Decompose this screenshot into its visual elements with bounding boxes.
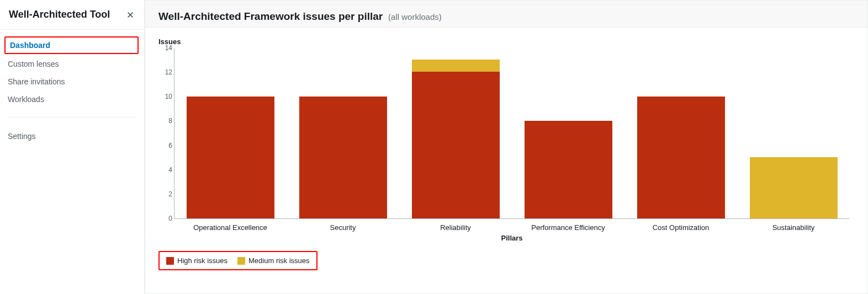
issues-panel: Well-Architected Framework issues per pi…	[145, 0, 868, 294]
chart-y-tick: 6	[161, 142, 172, 149]
chart-bar-stack[interactable]	[299, 97, 387, 218]
sidebar-item-workloads[interactable]: Workloads	[0, 90, 144, 108]
chart-bar-slot	[624, 48, 737, 218]
main-content: Well-Architected Framework issues per pi…	[145, 0, 868, 294]
chart-bar-segment-medium	[750, 157, 838, 218]
chart-bar-segment-high	[525, 121, 612, 218]
chart-bar-slot	[737, 48, 850, 218]
legend-swatch-high-icon	[166, 257, 174, 265]
chart-bar-slot	[174, 48, 287, 218]
legend-label-high: High risk issues	[177, 256, 227, 265]
chart-x-axis-title: Pillars	[174, 234, 850, 242]
legend-item-medium: Medium risk issues	[237, 256, 310, 265]
sidebar-nav-primary: Dashboard Custom lenses Share invitation…	[0, 30, 144, 114]
chart-y-tick: 4	[161, 166, 172, 174]
panel-header: Well-Architected Framework issues per pi…	[145, 1, 867, 28]
chart-bar-slot	[512, 48, 624, 218]
chart-x-label: Reliability	[399, 223, 512, 232]
sidebar: Well-Architected Tool Dashboard Custom l…	[0, 0, 145, 294]
sidebar-item-settings[interactable]: Settings	[0, 127, 144, 145]
sidebar-item-share-invitations[interactable]: Share invitations	[0, 73, 144, 90]
sidebar-title: Well-Architected Tool	[9, 9, 110, 20]
chart-bar-slot	[400, 48, 512, 218]
chart-y-tick: 10	[161, 93, 172, 100]
sidebar-item-custom-lenses[interactable]: Custom lenses	[0, 55, 144, 73]
legend-label-medium: Medium risk issues	[248, 256, 310, 265]
sidebar-nav-secondary: Settings	[0, 123, 144, 151]
sidebar-item-dashboard[interactable]: Dashboard	[8, 38, 135, 53]
panel-body: Issues 02468101214 Operational Excellenc…	[145, 28, 867, 293]
panel-title: Well-Architected Framework issues per pi…	[158, 10, 383, 22]
highlight-dashboard: Dashboard	[4, 36, 139, 54]
chart-bar-stack[interactable]	[412, 60, 500, 218]
chart-bar-stack[interactable]	[525, 121, 612, 218]
chart-bar-stack[interactable]	[187, 97, 274, 218]
sidebar-divider	[8, 117, 136, 117]
chart-legend-highlight: High risk issues Medium risk issues	[158, 251, 317, 270]
chart-y-tick: 8	[161, 117, 172, 125]
close-icon[interactable]	[125, 10, 135, 20]
legend-swatch-medium-icon	[237, 257, 245, 265]
chart-legend-wrap: High risk issues Medium risk issues	[158, 251, 854, 270]
chart-x-label: Sustainability	[737, 223, 850, 232]
panel-subtitle: (all workloads)	[388, 12, 442, 22]
chart-y-axis-title: Issues	[158, 38, 854, 46]
chart-y-tick: 2	[161, 190, 172, 198]
chart: 02468101214	[174, 48, 850, 219]
app-root: Well-Architected Tool Dashboard Custom l…	[0, 0, 868, 294]
chart-plot-area: 02468101214	[174, 48, 850, 219]
chart-y-tick: 14	[161, 44, 172, 52]
chart-wrap: 02468101214 Operational ExcellenceSecuri…	[158, 48, 854, 242]
chart-bar-stack[interactable]	[750, 157, 838, 218]
chart-x-label: Operational Excellence	[174, 223, 287, 232]
chart-x-label: Performance Efficiency	[512, 223, 624, 232]
chart-bar-segment-medium	[412, 60, 500, 72]
chart-bar-slot	[287, 48, 400, 218]
chart-x-labels: Operational ExcellenceSecurityReliabilit…	[174, 223, 850, 232]
chart-bar-segment-high	[637, 97, 725, 218]
chart-bar-stack[interactable]	[637, 97, 725, 218]
chart-y-tick: 12	[161, 68, 172, 76]
sidebar-header: Well-Architected Tool	[0, 0, 144, 30]
chart-bar-segment-high	[187, 97, 274, 218]
chart-y-tick: 0	[161, 215, 172, 222]
legend-item-high: High risk issues	[166, 256, 227, 265]
chart-x-label: Cost Optimization	[624, 223, 737, 232]
chart-bar-segment-high	[299, 97, 387, 218]
chart-bar-segment-high	[412, 72, 500, 218]
chart-x-label: Security	[287, 223, 399, 232]
chart-bars	[174, 48, 850, 218]
